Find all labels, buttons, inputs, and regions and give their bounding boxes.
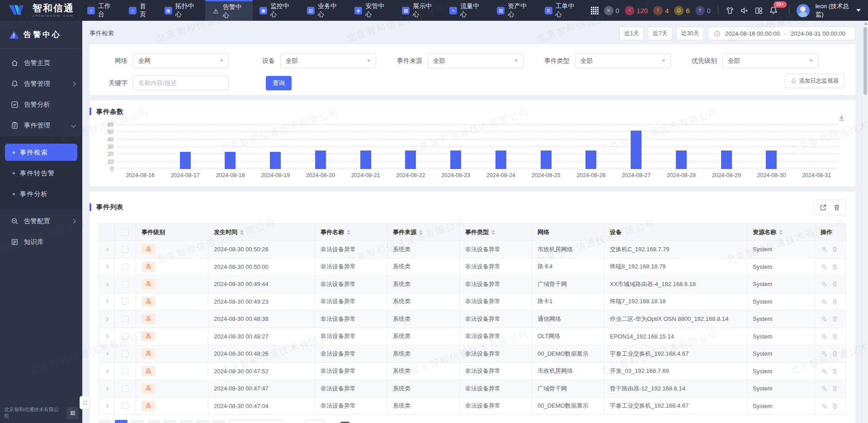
add-log-monitor-button[interactable]: 添加日志监视器: [785, 74, 845, 88]
nav-item-0[interactable]: ⌂工作台: [80, 0, 122, 21]
notifications-bell-icon[interactable]: 99+: [769, 5, 778, 15]
page-scrollbar[interactable]: [862, 21, 868, 423]
sidebar-collapse-button[interactable]: [66, 407, 79, 419]
delete-row-icon[interactable]: [831, 333, 838, 340]
delete-row-icon[interactable]: [831, 403, 838, 409]
delete-row-icon[interactable]: [831, 350, 838, 357]
date-range-picker[interactable]: 2024-08-16 00:00:00 - 2024-08-31 00:00:0…: [708, 27, 855, 40]
prev-page-button[interactable]: ‹: [99, 420, 111, 423]
delete-icon[interactable]: [833, 204, 840, 211]
page-button-7[interactable]: 7: [212, 420, 225, 423]
sidebar-item-7[interactable]: 告警配置: [0, 211, 82, 231]
delete-row-icon[interactable]: [831, 263, 838, 270]
view-detail-icon[interactable]: [821, 298, 827, 305]
view-detail-icon[interactable]: [821, 403, 827, 409]
sidebar-item-2[interactable]: 告警分析: [0, 94, 82, 115]
page-button-6[interactable]: 6: [196, 420, 209, 423]
search-button[interactable]: 查询: [266, 76, 292, 90]
sidebar-item-8[interactable]: 知识库: [0, 231, 82, 252]
sidebar-subitem-5[interactable]: 事件转告警: [5, 164, 77, 182]
range-7d-button[interactable]: 近7天: [648, 27, 672, 40]
device-select[interactable]: 全部: [280, 53, 376, 68]
badge-minor[interactable]: 6: [674, 6, 689, 15]
app-logo[interactable]: 智和信通 zhtelucom.com: [0, 3, 80, 18]
nav-item-6[interactable]: ◈安管中心: [348, 0, 395, 21]
nav-item-2[interactable]: ◉拓扑中心: [158, 0, 205, 21]
page-button-4[interactable]: 4: [164, 420, 176, 423]
delete-row-icon[interactable]: [831, 281, 838, 287]
range-30d-button[interactable]: 近30天: [676, 27, 704, 40]
select-all-checkbox[interactable]: [122, 229, 128, 235]
nav-item-7[interactable]: ▦展示中心: [395, 0, 443, 21]
sort-icon[interactable]: [419, 230, 423, 235]
expand-row-icon[interactable]: [104, 352, 108, 356]
sidebar-subitem-4[interactable]: 事件检索: [5, 144, 77, 161]
user-menu-caret-icon[interactable]: [856, 9, 861, 12]
view-detail-icon[interactable]: [821, 333, 827, 340]
view-detail-icon[interactable]: [821, 350, 827, 357]
page-button-3[interactable]: 3: [147, 420, 160, 423]
layout-panels-icon[interactable]: [755, 5, 763, 15]
view-detail-icon[interactable]: [821, 281, 827, 287]
expand-row-icon[interactable]: [104, 282, 108, 286]
scrollbar-up-arrow[interactable]: [864, 22, 868, 25]
badge-unknown[interactable]: ?0: [695, 6, 711, 15]
expand-row-icon[interactable]: [104, 334, 108, 338]
page-button-2[interactable]: 2: [131, 420, 144, 423]
nav-item-3[interactable]: ⚠告警中心: [205, 0, 253, 21]
view-detail-icon[interactable]: [821, 368, 827, 375]
badge-critical[interactable]: ⚡120: [625, 6, 648, 15]
expand-row-icon[interactable]: [104, 387, 108, 390]
delete-row-icon[interactable]: [831, 315, 838, 322]
delete-row-icon[interactable]: [831, 368, 838, 375]
keyword-input[interactable]: [133, 75, 229, 90]
column-header-2[interactable]: 事件名称: [315, 224, 387, 240]
download-chart-icon[interactable]: [838, 114, 845, 122]
row-checkbox[interactable]: [122, 403, 128, 409]
expand-row-icon[interactable]: [104, 404, 108, 408]
row-checkbox[interactable]: [122, 333, 128, 339]
sort-icon[interactable]: [240, 230, 244, 235]
page-button-5[interactable]: 5: [180, 420, 193, 423]
row-checkbox[interactable]: [122, 281, 128, 287]
mute-icon[interactable]: [740, 5, 749, 15]
row-checkbox[interactable]: [122, 351, 128, 357]
view-detail-icon[interactable]: [821, 385, 827, 392]
network-select[interactable]: 全网: [133, 53, 229, 68]
sort-icon[interactable]: [779, 230, 783, 235]
nav-item-5[interactable]: ▤业务中心: [300, 0, 348, 21]
priority-select[interactable]: 全部: [722, 53, 818, 68]
sidebar-subitem-6[interactable]: 事件分析: [5, 185, 77, 202]
jump-page-input[interactable]: [305, 420, 325, 423]
expand-row-icon[interactable]: [104, 317, 108, 321]
column-header-3[interactable]: 事件来源: [387, 224, 460, 240]
range-1d-button[interactable]: 近1天: [619, 27, 644, 40]
column-header-4[interactable]: 事件类型: [460, 224, 532, 240]
view-detail-icon[interactable]: [821, 246, 827, 253]
export-icon[interactable]: [820, 204, 827, 211]
delete-row-icon[interactable]: [831, 246, 838, 253]
column-header-1[interactable]: 发生时间: [208, 224, 315, 240]
delete-row-icon[interactable]: [831, 385, 838, 392]
expand-row-icon[interactable]: [104, 248, 108, 251]
expand-handle-icon[interactable]: [80, 396, 90, 409]
user-name[interactable]: leon (技术总监): [816, 2, 850, 19]
row-checkbox[interactable]: [122, 263, 128, 270]
sidebar-item-3[interactable]: 事件管理: [0, 115, 82, 136]
scrollbar-thumb[interactable]: [863, 27, 867, 95]
sort-icon[interactable]: [491, 230, 495, 235]
row-checkbox[interactable]: [122, 316, 128, 322]
row-checkbox[interactable]: [122, 368, 128, 374]
badge-major[interactable]: !4: [653, 6, 669, 15]
user-avatar[interactable]: [797, 4, 810, 17]
column-header-7[interactable]: 资源名称: [747, 224, 815, 240]
delete-row-icon[interactable]: [831, 298, 838, 305]
apps-grid-icon[interactable]: [585, 7, 604, 14]
nav-item-9[interactable]: ▥资产中心: [490, 0, 538, 21]
nav-item-8[interactable]: ≈流量中心: [443, 0, 490, 21]
type-select[interactable]: 全部: [575, 53, 671, 68]
nav-item-4[interactable]: ▣监控中心: [253, 0, 300, 21]
nav-item-10[interactable]: ≣工单中心: [538, 0, 585, 21]
sidebar-item-1[interactable]: 告警管理: [0, 73, 82, 94]
theme-skin-icon[interactable]: [726, 5, 734, 15]
